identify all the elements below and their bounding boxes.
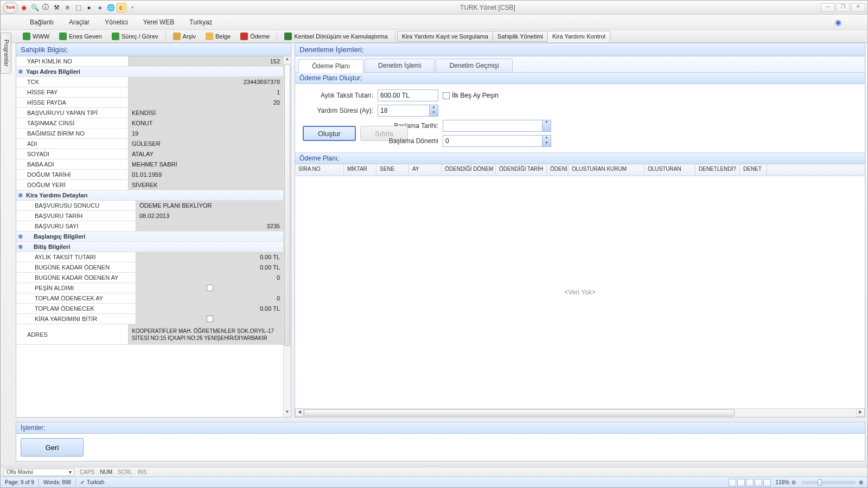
- statusbar-2: Page: 9 of 9 Words: 898 ✔ Turkish 116% ⊖…: [1, 477, 867, 487]
- expand-icon[interactable]: ⊞: [16, 69, 25, 74]
- page-indicator: Page: 9 of 9: [5, 479, 34, 485]
- grid-row-8: ADIGÜLESER: [16, 139, 291, 149]
- menubar: Bağlantı Araçlar Yönetici Yerel WEB Turk…: [1, 15, 867, 30]
- tb-icon-0[interactable]: ◉: [19, 3, 29, 12]
- st-icon-1: [59, 33, 67, 40]
- menu-araclar[interactable]: Araçlar: [61, 16, 97, 28]
- row-value-10: MEHMET SABRİ: [128, 159, 283, 169]
- section-label: Başlangıç Bilgileri: [33, 233, 291, 240]
- st-btn-6[interactable]: Kentsel Dönüşüm ve Kamulaştırma: [279, 31, 392, 42]
- row-label-20: BUGÜNE KADAR ÖDENEN: [33, 264, 136, 271]
- zoom-out[interactable]: ⊖: [792, 479, 796, 485]
- dg-col-10[interactable]: DENET: [740, 164, 767, 176]
- row-label-2: TCK: [25, 79, 128, 85]
- menu-baglanti[interactable]: Bağlantı: [22, 16, 61, 28]
- menu-turkyaz[interactable]: Turkyaz: [182, 16, 220, 28]
- tb-icon-dot1[interactable]: ●: [84, 3, 94, 12]
- row-value-11: 01.01.1959: [128, 170, 283, 179]
- zoom-in[interactable]: ⊕: [859, 479, 863, 485]
- st-tab-1[interactable]: Sahiplik Yönetimi: [493, 31, 548, 42]
- spellcheck-icon[interactable]: ✔: [80, 479, 85, 485]
- grid-row-16: BAŞVURU SAYI3235: [16, 221, 291, 232]
- close-button[interactable]: ✕: [851, 3, 865, 12]
- expand-icon[interactable]: ⊞: [16, 192, 25, 198]
- sub-tab-2[interactable]: Denetim Geçmişi: [436, 59, 512, 72]
- st-icon-4: [206, 33, 213, 40]
- menu-yonetici[interactable]: Yönetici: [97, 16, 136, 28]
- theme-selector[interactable]: Ofis Mavisi▾: [4, 468, 74, 476]
- grid-row-5: BAŞVURUYU YAPAN TİPİKENDİSİ: [16, 108, 291, 118]
- st-btn-0[interactable]: WWW: [18, 31, 54, 42]
- row-label-5: BAŞVURUYU YAPAN TİPİ: [25, 110, 128, 116]
- help-icon[interactable]: ◉: [835, 18, 841, 27]
- st-btn-5[interactable]: Ödeme: [235, 31, 275, 42]
- tb-icon-search[interactable]: 🔍: [30, 3, 40, 12]
- baslama-donemi-input[interactable]: 0▲▼: [443, 135, 551, 147]
- sub-tabs: Ödeme PlanıDenetim İşlemiDenetim Geçmişi: [295, 56, 865, 73]
- dg-col-0[interactable]: SIRA NO: [295, 164, 344, 176]
- dg-col-8[interactable]: OLUSTURAN: [644, 164, 695, 176]
- olustur-button[interactable]: Oluştur: [303, 126, 356, 141]
- tb-icon-dropdown[interactable]: ▾: [127, 3, 137, 12]
- sub-tab-1[interactable]: Denetim İşlemi: [365, 59, 435, 72]
- view-btn-5[interactable]: [763, 479, 771, 486]
- st-btn-4[interactable]: Belge: [201, 31, 235, 42]
- st-btn-3[interactable]: Arşiv: [168, 31, 201, 42]
- ins-indicator: INS: [138, 469, 147, 475]
- dg-col-4[interactable]: ÖDENDİĞİ DÖNEM: [442, 164, 496, 176]
- sub-tab-0[interactable]: Ödeme Planı: [298, 59, 363, 73]
- dg-col-9[interactable]: DENETLENDİ?: [695, 164, 740, 176]
- st-icon-0: [23, 33, 30, 40]
- tb-icon-dot2[interactable]: ●: [95, 3, 105, 12]
- hscroll[interactable]: ◀ ▶: [295, 408, 865, 417]
- st-tab-2[interactable]: Kira Yardımı Kontrol: [547, 31, 610, 42]
- sure-input[interactable]: 18▲▼: [378, 105, 438, 117]
- vscroll[interactable]: ▲ ▼: [283, 56, 291, 417]
- dg-col-1[interactable]: MİKTAR: [344, 164, 376, 176]
- row-checkbox-22[interactable]: [207, 285, 213, 291]
- maximize-button[interactable]: ❐: [836, 3, 850, 12]
- dg-col-6[interactable]: ÖDENİ: [547, 164, 569, 176]
- row-value-12: SİVEREK: [128, 180, 283, 190]
- baslama-tarihi-input[interactable]: ▼: [443, 120, 551, 132]
- view-btn-1[interactable]: [729, 479, 736, 486]
- tb-icon-globe[interactable]: 🌐: [106, 3, 116, 12]
- aylik-input[interactable]: 600.00 TL: [378, 89, 438, 101]
- st-tab-0[interactable]: Kira Yardımı Kayıt ve Sorgulama: [397, 31, 493, 42]
- dg-col-2[interactable]: SENE: [376, 164, 409, 176]
- view-btn-2[interactable]: [737, 479, 745, 486]
- row-value-7: 19: [128, 129, 283, 138]
- dg-col-7[interactable]: OLUSTURAN KURUM: [569, 164, 644, 176]
- grid-row-11: DOĞUM TARİHİ01.01.1959: [16, 170, 291, 180]
- grid-row-14: BAŞVURUSU SONUCUÖDEME PLANI BEKLİYOR: [16, 201, 291, 211]
- expand-icon[interactable]: ⊞: [16, 234, 25, 239]
- ilkbes-checkbox[interactable]: [443, 92, 450, 99]
- right-panel-title: Denetleme İşlemleri;: [295, 43, 865, 56]
- geri-button[interactable]: Geri: [21, 438, 84, 457]
- zoom-slider[interactable]: [801, 481, 856, 484]
- view-btn-3[interactable]: [746, 479, 754, 486]
- app-orb[interactable]: Turk: [3, 2, 18, 14]
- sidebar-tab-programlar[interactable]: Programlar: [1, 33, 11, 74]
- minimize-button[interactable]: —: [821, 3, 835, 12]
- tb-icon-grid[interactable]: ⬚: [73, 3, 83, 12]
- dg-col-3[interactable]: AY: [409, 164, 442, 176]
- menu-yerelweb[interactable]: Yerel WEB: [136, 16, 182, 28]
- row-checkbox-25[interactable]: [207, 316, 213, 322]
- grid-row-0: YAPI KİMLİK NO152: [16, 56, 291, 67]
- tb-icon-tool[interactable]: ⚒: [52, 3, 61, 12]
- tb-icon-info[interactable]: ⓘ: [41, 3, 50, 12]
- subtoolbar: WWWEnes GevenSüreç / GörevArşivBelgeÖdem…: [1, 30, 867, 43]
- dg-col-5[interactable]: ÖDENDİĞİ TARİH: [496, 164, 547, 176]
- caps-indicator: CAPS: [80, 469, 94, 475]
- st-btn-2[interactable]: Süreç / Görev: [107, 31, 163, 42]
- tb-icon-list[interactable]: ≡: [62, 3, 72, 12]
- expand-icon[interactable]: ⊞: [16, 244, 25, 249]
- st-btn-1[interactable]: Enes Geven: [54, 31, 107, 42]
- row-label-16: BAŞVURU SAYI: [33, 223, 136, 229]
- lang-indicator[interactable]: Turkish: [87, 479, 104, 485]
- st-icon-5: [240, 33, 248, 40]
- tb-icon-last[interactable]: ◐: [117, 3, 126, 12]
- view-btn-4[interactable]: [755, 479, 762, 486]
- datagrid-header: SIRA NOMİKTARSENEAYÖDENDİĞİ DÖNEMÖDENDİĞ…: [295, 164, 865, 176]
